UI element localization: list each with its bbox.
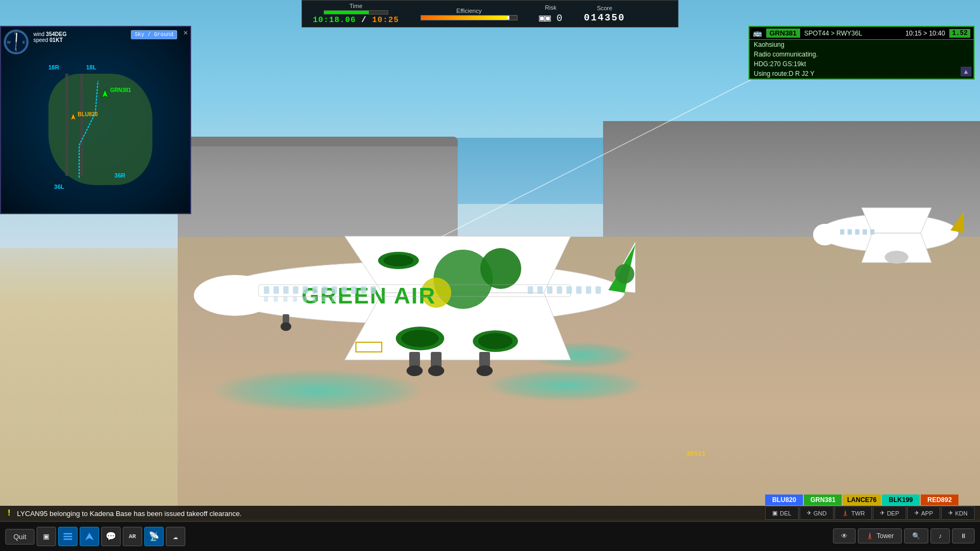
svg-point-13 [401, 330, 439, 347]
svg-rect-64 [863, 229, 867, 235]
flight-scroll-button[interactable]: ▲ [961, 67, 971, 76]
kdn-button[interactable]: ✈ KDN [941, 506, 975, 520]
svg-rect-39 [547, 286, 552, 294]
notification-icon: ! [6, 508, 12, 518]
twr-label: TWR [851, 510, 865, 517]
efficiency-bar [421, 15, 517, 20]
del-label: DEL [780, 510, 791, 517]
svg-rect-37 [528, 286, 533, 294]
list-btn[interactable] [58, 527, 78, 546]
svg-rect-25 [264, 286, 269, 294]
svg-rect-40 [557, 286, 562, 294]
badge-red892[interactable]: RED892 [921, 495, 958, 505]
screen-btn[interactable]: ▣ [37, 527, 56, 546]
secondary-aircraft [813, 193, 964, 279]
gnd-button[interactable]: ✈ GND [800, 506, 834, 520]
svg-point-56 [813, 224, 837, 245]
svg-rect-28 [293, 286, 298, 294]
aircraft-type-icon: 🚌 [753, 29, 762, 38]
binoculars-button[interactable]: 👁 [833, 528, 856, 543]
radar-close-button[interactable]: ✕ [184, 28, 188, 37]
svg-point-23 [477, 365, 493, 376]
aircraft-badge-row: BLU820 GRN381 LANCE76 BLK199 RED892 [765, 495, 975, 505]
main-aircraft[interactable]: GREEN AIR [194, 209, 635, 382]
svg-marker-59 [862, 208, 932, 233]
svg-point-15 [478, 333, 513, 349]
svg-rect-32 [332, 286, 337, 294]
tower-icon: 🗼 [866, 532, 874, 540]
chat-btn[interactable]: 💬 [101, 527, 121, 546]
quit-button[interactable]: Quit [5, 529, 34, 545]
svg-rect-52 [332, 296, 336, 302]
radar-background: N S W E wind 354DEG speed 01KT Sky / Gro… [1, 27, 190, 213]
tarmac-marking: 36511 [686, 449, 705, 457]
svg-rect-42 [576, 286, 582, 294]
app-icon: ✈ [914, 510, 919, 517]
svg-rect-35 [361, 286, 366, 294]
svg-rect-46 [274, 296, 278, 302]
plane-btn[interactable] [80, 527, 99, 546]
flight-hdg: HDG:270 GS:19kt [750, 59, 974, 69]
dep-icon: ✈ [880, 510, 885, 517]
type-button-row: ▣ DEL ✈ GND 🗼 TWR ✈ DEP ✈ APP ✈ KDN [765, 506, 975, 520]
svg-rect-51 [322, 296, 326, 302]
efficiency-label: Efficiency [457, 8, 482, 14]
svg-rect-49 [303, 296, 307, 302]
music-icon: ♪ [939, 532, 942, 540]
flight-status: Radio communicating. [750, 50, 974, 59]
hud-efficiency-section: Efficiency [421, 8, 517, 20]
hud-time-section: Time 10:18.06 / 10:25 [313, 3, 399, 25]
score-display: 014350 [584, 12, 625, 23]
svg-rect-30 [312, 286, 318, 294]
music-button[interactable]: ♪ [930, 528, 950, 543]
score-label: Score [597, 5, 612, 11]
svg-rect-38 [537, 286, 543, 294]
svg-rect-41 [566, 286, 572, 294]
badge-lance76[interactable]: LANCE76 [843, 495, 881, 505]
svg-rect-31 [322, 286, 327, 294]
kdn-label: KDN [955, 510, 968, 517]
tower-label: Tower [877, 532, 894, 540]
svg-rect-33 [341, 286, 347, 294]
del-icon: ▣ [772, 510, 778, 517]
aircraft-control-panel: BLU820 GRN381 LANCE76 BLK199 RED892 ▣ DE… [765, 495, 975, 520]
kdn-icon: ✈ [948, 510, 953, 517]
svg-rect-45 [264, 296, 268, 302]
svg-marker-74 [71, 114, 76, 121]
flight-id-badge[interactable]: GRN381 [766, 29, 800, 38]
dep-button[interactable]: ✈ DEP [873, 506, 906, 520]
del-button[interactable]: ▣ DEL [765, 506, 798, 520]
radar-blu820[interactable]: BLU820 [69, 112, 78, 124]
ar-btn[interactable]: AR [123, 527, 142, 546]
pause-button[interactable]: ⏸ [952, 528, 975, 543]
tower-view-button[interactable]: 🗼 Tower [858, 528, 902, 543]
twr-icon: 🗼 [842, 510, 849, 517]
svg-rect-50 [312, 296, 317, 302]
flight-time: 10:15 > 10:40 [905, 30, 945, 37]
svg-rect-43 [586, 286, 591, 294]
app-button[interactable]: ✈ APP [907, 506, 940, 520]
left-controls: Quit ▣ 💬 AR 📡 ☁ [0, 527, 191, 546]
svg-rect-27 [283, 286, 289, 294]
svg-rect-34 [351, 286, 356, 294]
svg-rect-29 [303, 286, 308, 294]
svg-rect-63 [855, 229, 859, 235]
svg-point-54 [281, 322, 291, 331]
flight-route-detail: Using route:D R J2 Y ▲ [750, 69, 974, 79]
hud-score-section: Score 014350 [584, 5, 625, 23]
taxi-path-svg [1, 27, 190, 213]
weather-btn[interactable]: ☁ [166, 527, 185, 546]
svg-rect-47 [283, 296, 288, 302]
search-button[interactable]: 🔍 [904, 528, 928, 543]
svg-marker-57 [950, 211, 964, 233]
twr-button[interactable]: 🗼 TWR [835, 506, 872, 520]
radar-grn381[interactable]: GRN381 [100, 88, 110, 102]
binoculars-icon: 👁 [841, 532, 848, 540]
svg-rect-48 [293, 296, 297, 302]
radio-btn[interactable]: 📡 [144, 527, 164, 546]
badge-grn381[interactable]: GRN381 [804, 495, 842, 505]
badge-blu820[interactable]: BLU820 [765, 495, 803, 505]
efficiency-bar-fill [421, 16, 507, 20]
badge-blk199[interactable]: BLK199 [882, 495, 920, 505]
svg-text:GREEN AIR: GREEN AIR [302, 283, 436, 308]
